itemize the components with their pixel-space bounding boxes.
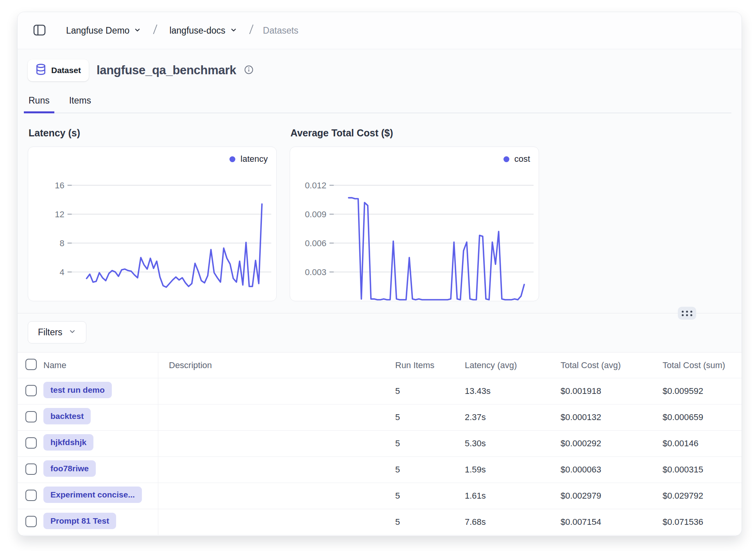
latency-chart-card: 161284 latency (28, 147, 277, 301)
svg-text:8: 8 (60, 238, 64, 248)
run-items-value: 5 (395, 465, 465, 475)
total-cost-avg-value: $0.007154 (561, 517, 663, 527)
latency-avg-value: 1.61s (465, 491, 561, 501)
run-name-pill[interactable]: Prompt 81 Test (43, 513, 116, 529)
cost-chart-card: 0.0120.0090.0060.003 cost (290, 147, 539, 301)
total-cost-avg-value: $0.000063 (561, 465, 663, 475)
column-header-run-items[interactable]: Run Items (395, 360, 465, 370)
table-row[interactable]: Prompt 81 Test 5 7.68s $0.007154 $0.0715… (18, 509, 742, 535)
row-checkbox[interactable] (25, 411, 37, 422)
runs-table: Name Description Run Items Latency (avg)… (18, 352, 742, 536)
column-header-name[interactable]: Name (43, 360, 158, 370)
run-name-pill[interactable]: test run demo (43, 382, 112, 398)
total-cost-sum-value: $0.029792 (663, 491, 742, 501)
chevron-down-icon (230, 25, 237, 36)
run-name-pill[interactable]: hjkfdshjk (43, 434, 93, 451)
table-row[interactable]: backtest 5 2.37s $0.000132 $0.000659 (18, 404, 742, 431)
row-checkbox[interactable] (25, 385, 37, 396)
row-checkbox[interactable] (25, 516, 37, 527)
table-row[interactable]: test run demo 5 13.43s $0.001918 $0.0095… (18, 378, 742, 404)
svg-text:16: 16 (55, 181, 64, 190)
chevron-down-icon (68, 327, 76, 338)
total-cost-sum-value: $0.00146 (663, 438, 742, 449)
section-divider (18, 313, 742, 313)
row-checkbox[interactable] (25, 490, 37, 501)
table-header-row: Name Description Run Items Latency (avg)… (18, 352, 742, 378)
row-checkbox[interactable] (25, 437, 37, 449)
legend-label: cost (514, 154, 530, 164)
total-cost-avg-value: $0.000132 (561, 412, 663, 422)
filters-button-label: Filters (38, 327, 63, 338)
svg-text:0.012: 0.012 (305, 181, 326, 190)
total-cost-sum-value: $0.000315 (663, 465, 742, 475)
latency-chart: 161284 (28, 147, 276, 301)
latency-legend: latency (229, 154, 268, 164)
database-icon (36, 64, 46, 77)
legend-dot (229, 156, 235, 162)
breadcrumb-separator-icon (152, 23, 158, 38)
breadcrumb-org-label: Langfuse Demo (66, 25, 129, 36)
panel-left-icon (33, 23, 46, 38)
page-content: Dataset langfuse_qa_benchmark Runs Items… (18, 49, 742, 301)
svg-text:0.009: 0.009 (305, 209, 326, 219)
dataset-header: Dataset langfuse_qa_benchmark (28, 59, 731, 81)
dataset-badge: Dataset (28, 59, 89, 81)
app-window: Langfuse Demo langfuse-docs Datasets (17, 12, 742, 536)
svg-text:0.006: 0.006 (305, 238, 326, 248)
legend-dot (503, 156, 509, 162)
tab-bar: Runs Items (28, 92, 731, 113)
latency-chart-block: Latency (s) 161284 latency (28, 127, 277, 301)
breadcrumb: Langfuse Demo langfuse-docs Datasets (64, 23, 298, 38)
cost-chart-title: Average Total Cost ($) (290, 127, 539, 139)
run-name-pill[interactable]: Experiment concise... (43, 487, 142, 503)
latency-avg-value: 7.68s (465, 517, 561, 527)
run-name-pill[interactable]: backtest (43, 408, 91, 424)
table-body: test run demo 5 13.43s $0.001918 $0.0095… (18, 378, 742, 535)
table-row[interactable]: foo78riwe 5 1.59s $0.000063 $0.000315 (18, 457, 742, 483)
run-name-pill[interactable]: foo78riwe (43, 460, 96, 477)
run-items-value: 5 (395, 412, 465, 422)
breadcrumb-project-selector[interactable]: langfuse-docs (167, 25, 239, 36)
latency-avg-value: 5.30s (465, 438, 561, 449)
filters-button[interactable]: Filters (28, 321, 86, 343)
sidebar-toggle-button[interactable] (31, 22, 48, 39)
total-cost-sum-value: $0.071536 (663, 517, 742, 527)
total-cost-avg-value: $0.000292 (561, 438, 663, 449)
svg-text:12: 12 (55, 209, 64, 219)
total-cost-sum-value: $0.009592 (663, 386, 742, 396)
run-items-value: 5 (395, 386, 465, 396)
svg-text:0.003: 0.003 (305, 267, 326, 277)
row-checkbox[interactable] (25, 463, 37, 475)
table-row[interactable]: hjkfdshjk 5 5.30s $0.000292 $0.00146 (18, 431, 742, 457)
breadcrumb-section-label: Datasets (263, 25, 299, 36)
breadcrumb-project-label: langfuse-docs (169, 25, 225, 36)
cost-chart: 0.0120.0090.0060.003 (290, 147, 539, 301)
resize-handle[interactable] (678, 307, 696, 320)
column-header-description[interactable]: Description (158, 360, 395, 370)
total-cost-avg-value: $0.002979 (561, 491, 663, 501)
latency-chart-title: Latency (s) (29, 127, 277, 139)
cost-chart-block: Average Total Cost ($) 0.0120.0090.0060.… (290, 127, 539, 301)
breadcrumb-separator-icon (248, 23, 254, 38)
cost-legend: cost (503, 154, 530, 164)
tab-items[interactable]: Items (68, 92, 92, 113)
run-items-value: 5 (395, 438, 465, 449)
top-bar: Langfuse Demo langfuse-docs Datasets (18, 12, 742, 49)
breadcrumb-org-selector[interactable]: Langfuse Demo (64, 25, 143, 36)
select-all-checkbox[interactable] (25, 359, 37, 370)
column-header-total-cost-sum[interactable]: Total Cost (sum) (663, 360, 742, 370)
dataset-badge-label: Dataset (51, 66, 81, 75)
charts-section: Latency (s) 161284 latency Average Total… (28, 127, 731, 301)
table-row[interactable]: Experiment concise... 5 1.61s $0.002979 … (18, 483, 742, 509)
run-items-value: 5 (395, 517, 465, 527)
filters-section: Filters (18, 313, 742, 352)
info-icon[interactable] (244, 65, 254, 76)
page-title: langfuse_qa_benchmark (97, 63, 236, 77)
total-cost-sum-value: $0.000659 (663, 412, 742, 422)
table-row-partial (18, 535, 742, 536)
column-header-latency-avg[interactable]: Latency (avg) (465, 360, 561, 370)
total-cost-avg-value: $0.001918 (561, 386, 663, 396)
column-header-total-cost-avg[interactable]: Total Cost (avg) (561, 360, 663, 370)
tab-runs[interactable]: Runs (28, 92, 50, 113)
run-items-value: 5 (395, 491, 465, 501)
